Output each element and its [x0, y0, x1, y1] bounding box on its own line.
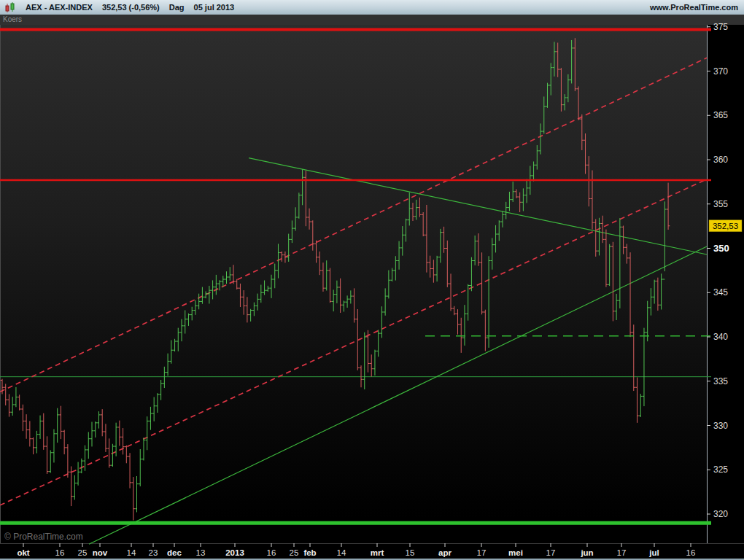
ohlc-bar: [605, 230, 608, 287]
last-price-tag: 352,53: [709, 220, 742, 232]
ohlc-bar: [470, 257, 473, 292]
svg-text:350: 350: [713, 243, 729, 254]
ohlc-bar: [204, 291, 208, 298]
ohlc-bar: [428, 256, 432, 278]
svg-text:330: 330: [713, 421, 728, 431]
ohlc-bar: [59, 406, 63, 439]
svg-text:365: 365: [713, 110, 728, 120]
ohlc-bar: [139, 449, 142, 486]
ohlc-bar: [619, 218, 622, 308]
ohlc-bar: [621, 226, 625, 254]
price-chart-canvas: 375370365360355350345340335330325320okt1…: [0, 0, 744, 560]
ohlc-bar: [4, 384, 7, 405]
ohlc-bar: [318, 252, 322, 275]
ohlc-bar: [418, 198, 422, 217]
ohlc-bar: [260, 285, 263, 303]
ohlc-bar: [439, 229, 443, 263]
svg-text:355: 355: [713, 199, 728, 209]
ohlc-bar: [311, 220, 314, 250]
svg-text:352,53: 352,53: [713, 222, 738, 230]
ohlc-bar: [400, 226, 404, 256]
ohlc-bar: [273, 264, 276, 289]
ohlc-bar: [308, 209, 311, 230]
ohlc-bar: [573, 38, 577, 91]
svg-text:16: 16: [55, 548, 65, 557]
ohlc-bar: [338, 279, 342, 313]
svg-text:25: 25: [78, 548, 88, 557]
ohlc-bar: [97, 411, 101, 428]
ohlc-bar: [653, 280, 656, 304]
ohlc-bar: [570, 40, 573, 83]
ohlc-bar: [494, 225, 497, 253]
ohlc-bar: [208, 286, 212, 304]
ohlc-bar: [497, 220, 501, 241]
ohlc-bar: [581, 114, 584, 150]
ohlc-bar: [7, 394, 11, 417]
ohlc-bar: [387, 271, 391, 299]
ohlc-bar: [135, 476, 139, 513]
ohlc-bar: [63, 430, 66, 455]
ohlc-bar: [235, 279, 239, 289]
ohlc-bar: [446, 241, 449, 287]
ohlc-bar: [384, 288, 387, 315]
ohlc-bar: [121, 428, 125, 454]
ohlc-bar: [142, 438, 146, 460]
ohlc-bar: [194, 300, 198, 315]
ohlc-bar: [546, 83, 549, 108]
ohlc-bar: [197, 294, 201, 310]
ohlc-bar: [49, 450, 53, 472]
ohlc-bar: [525, 179, 529, 203]
ohlc-bar: [298, 192, 301, 219]
svg-text:23: 23: [149, 548, 158, 557]
ohlc-bar: [201, 287, 204, 304]
ohlc-bar: [615, 294, 619, 320]
ohlc-bar: [522, 188, 525, 211]
ohlc-bar: [352, 288, 356, 322]
ohlc-bar: [656, 278, 660, 311]
ohlc-bar: [635, 378, 639, 423]
ohlc-bar: [477, 233, 481, 266]
ohlc-bar: [187, 314, 190, 326]
svg-text:16: 16: [267, 548, 276, 557]
ohlc-bar: [487, 256, 491, 348]
ohlc-bar: [511, 182, 515, 202]
ohlc-bar: [190, 307, 194, 321]
ohlc-bar: [370, 354, 373, 376]
ohlc-bar: [45, 436, 49, 474]
ohlc-bar: [131, 477, 135, 520]
svg-text:feb: feb: [303, 548, 316, 557]
svg-text:340: 340: [713, 332, 728, 342]
ohlc-bar: [491, 238, 495, 269]
ohlc-bar: [163, 367, 166, 388]
ohlc-bar: [242, 290, 246, 315]
ohlc-bar: [28, 421, 32, 446]
ohlc-bar: [601, 216, 605, 243]
ohlc-bar: [463, 305, 467, 346]
ohlc-bar: [535, 145, 539, 169]
ohlc-bar: [646, 301, 649, 341]
ohlc-bar: [156, 393, 160, 413]
ohlc-bar: [597, 218, 601, 256]
ohlc-bar: [449, 273, 453, 311]
ohlc-bar: [225, 271, 228, 284]
svg-text:dec: dec: [167, 548, 182, 557]
svg-text:14: 14: [127, 548, 136, 557]
ohlc-bar: [539, 123, 543, 154]
ohlc-bar: [252, 303, 256, 316]
ohlc-bar: [214, 275, 218, 295]
ohlc-bar: [149, 407, 152, 430]
svg-text:335: 335: [713, 376, 728, 386]
ohlc-bar: [659, 273, 663, 309]
ohlc-bar: [563, 94, 567, 110]
ohlc-bar: [239, 284, 242, 307]
ohlc-bar: [80, 459, 84, 473]
ohlc-bar: [328, 268, 332, 303]
ohlc-bar: [73, 475, 77, 500]
ohlc-bar: [294, 207, 298, 230]
ohlc-bar: [249, 309, 252, 322]
svg-text:345: 345: [713, 287, 728, 298]
ohlc-bar: [332, 289, 336, 311]
svg-text:14: 14: [337, 548, 346, 557]
ohlc-bar: [515, 189, 519, 198]
ohlc-bar: [284, 252, 287, 263]
